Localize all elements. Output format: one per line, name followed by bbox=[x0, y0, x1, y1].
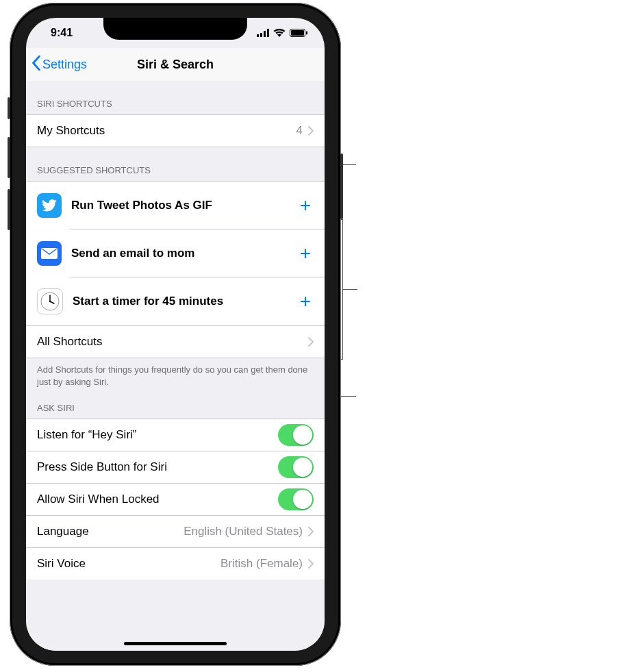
svg-rect-0 bbox=[257, 34, 259, 37]
chevron-right-icon bbox=[308, 559, 314, 569]
chevron-left-icon bbox=[31, 55, 42, 74]
svg-rect-1 bbox=[260, 33, 262, 37]
siri-voice-row[interactable]: Siri Voice British (Female) bbox=[26, 548, 325, 580]
battery-icon bbox=[290, 29, 308, 37]
press-side-button-toggle[interactable] bbox=[278, 456, 314, 478]
allow-when-locked-row: Allow Siri When Locked bbox=[26, 484, 325, 516]
language-label: Language bbox=[37, 525, 184, 538]
add-shortcut-button[interactable]: + bbox=[297, 196, 314, 215]
chevron-right-icon bbox=[308, 337, 314, 347]
add-shortcut-button[interactable]: + bbox=[297, 292, 314, 311]
svg-rect-6 bbox=[306, 32, 307, 35]
home-indicator[interactable] bbox=[124, 642, 227, 645]
hey-siri-label: Listen for “Hey Siri” bbox=[37, 428, 278, 442]
navigation-bar: Settings Siri & Search bbox=[26, 48, 325, 82]
section-header-ask-siri: ASK SIRI bbox=[26, 390, 325, 419]
callout-line bbox=[342, 289, 357, 290]
twitter-app-icon bbox=[37, 193, 62, 218]
clock-app-icon bbox=[37, 288, 63, 314]
mail-app-icon bbox=[37, 241, 62, 266]
svg-point-11 bbox=[49, 301, 51, 303]
chevron-right-icon bbox=[308, 126, 314, 136]
suggested-shortcut-row[interactable]: Send an email to mom + bbox=[26, 229, 325, 277]
all-shortcuts-label: All Shortcuts bbox=[37, 335, 308, 349]
svg-rect-5 bbox=[291, 30, 304, 36]
back-button-label: Settings bbox=[42, 58, 87, 72]
suggested-shortcut-row[interactable]: Start a timer for 45 minutes + bbox=[26, 277, 325, 326]
hey-siri-toggle[interactable] bbox=[278, 424, 314, 446]
language-value: English (United States) bbox=[184, 525, 303, 538]
svg-rect-3 bbox=[267, 29, 269, 37]
mute-switch bbox=[8, 97, 10, 119]
back-button[interactable]: Settings bbox=[31, 55, 87, 74]
iphone-device-frame: 9:41 bbox=[10, 3, 341, 666]
allow-when-locked-label: Allow Siri When Locked bbox=[37, 493, 278, 506]
press-side-button-label: Press Side Button for Siri bbox=[37, 460, 278, 474]
suggested-shortcut-label: Run Tweet Photos As GIF bbox=[71, 199, 297, 212]
my-shortcuts-label: My Shortcuts bbox=[37, 124, 296, 138]
section-header-siri-shortcuts: SIRI SHORTCUTS bbox=[26, 81, 325, 114]
volume-up-button bbox=[8, 137, 10, 178]
side-button bbox=[340, 153, 343, 219]
add-shortcut-button[interactable]: + bbox=[297, 244, 314, 263]
volume-down-button bbox=[8, 189, 10, 230]
cellular-icon bbox=[257, 29, 269, 37]
press-side-button-row: Press Side Button for Siri bbox=[26, 451, 325, 484]
siri-voice-label: Siri Voice bbox=[37, 557, 220, 571]
status-time: 9:41 bbox=[42, 27, 73, 39]
all-shortcuts-row[interactable]: All Shortcuts bbox=[26, 326, 325, 358]
section-header-suggested: SUGGESTED SHORTCUTS bbox=[26, 147, 325, 181]
wifi-icon bbox=[273, 29, 286, 37]
settings-content: SIRI SHORTCUTS My Shortcuts 4 SUGGESTED … bbox=[26, 81, 325, 651]
svg-rect-2 bbox=[264, 31, 266, 37]
allow-when-locked-toggle[interactable] bbox=[278, 488, 314, 510]
my-shortcuts-row[interactable]: My Shortcuts 4 bbox=[26, 114, 325, 147]
notch bbox=[103, 18, 247, 40]
siri-voice-value: British (Female) bbox=[220, 557, 303, 571]
suggested-shortcut-label: Send an email to mom bbox=[71, 247, 297, 260]
screen: 9:41 bbox=[26, 18, 325, 651]
suggested-shortcut-row[interactable]: Run Tweet Photos As GIF + bbox=[26, 181, 325, 229]
my-shortcuts-count: 4 bbox=[296, 124, 303, 138]
language-row[interactable]: Language English (United States) bbox=[26, 516, 325, 548]
suggested-section-footer: Add Shortcuts for things you frequently … bbox=[26, 358, 325, 390]
suggested-shortcut-label: Start a timer for 45 minutes bbox=[73, 295, 297, 308]
chevron-right-icon bbox=[308, 527, 314, 536]
hey-siri-row: Listen for “Hey Siri” bbox=[26, 419, 325, 451]
